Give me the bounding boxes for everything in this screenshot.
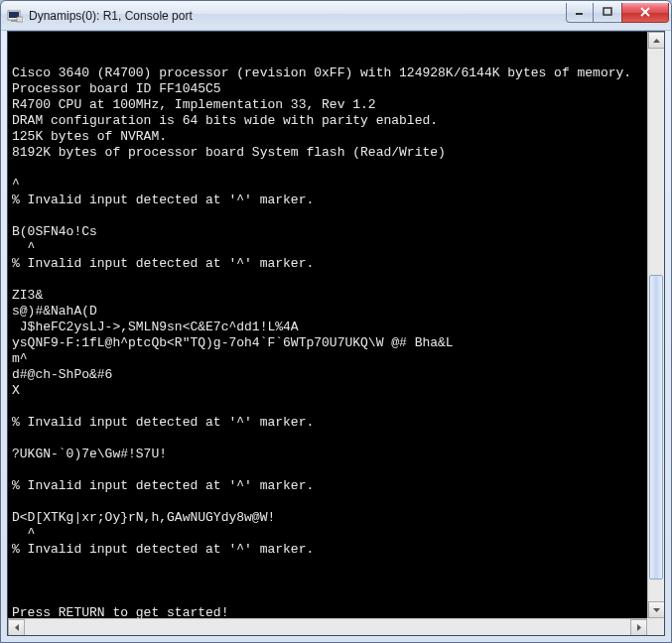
svg-marker-11 (637, 624, 641, 631)
svg-marker-8 (653, 39, 660, 43)
terminal-frame: Cisco 3640 (R4700) processor (revision 0… (7, 31, 665, 636)
maximize-button[interactable] (593, 3, 622, 23)
scroll-down-button[interactable] (648, 601, 665, 618)
scroll-thumb-vertical[interactable] (649, 275, 663, 579)
svg-rect-2 (17, 17, 23, 22)
terminal-lines: Cisco 3640 (R4700) processor (revision 0… (12, 65, 662, 635)
svg-marker-9 (653, 608, 660, 612)
svg-marker-10 (15, 624, 19, 631)
scroll-up-button[interactable] (648, 32, 665, 49)
vertical-scrollbar[interactable] (647, 32, 664, 618)
titlebar[interactable]: Dynamips(0): R1, Console port (1, 1, 671, 31)
window-controls (567, 3, 669, 23)
scroll-right-button[interactable] (630, 619, 647, 636)
scrollbar-corner (647, 618, 664, 635)
console-window: Dynamips(0): R1, Console port Cisco 3640… (0, 0, 672, 643)
window-title: Dynamips(0): R1, Console port (29, 9, 567, 23)
scroll-left-button[interactable] (8, 619, 25, 636)
putty-icon (7, 8, 23, 24)
terminal-output[interactable]: Cisco 3640 (R4700) processor (revision 0… (8, 32, 664, 635)
minimize-button[interactable] (566, 3, 594, 23)
svg-rect-5 (604, 8, 611, 15)
horizontal-scrollbar[interactable] (8, 618, 647, 635)
close-button[interactable] (621, 3, 669, 23)
